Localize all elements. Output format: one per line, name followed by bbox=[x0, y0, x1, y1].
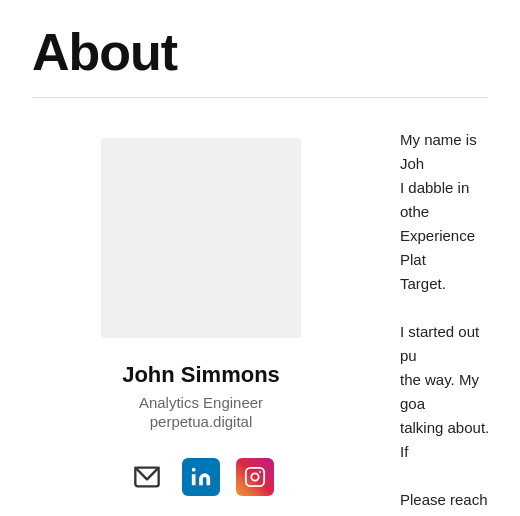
svg-point-4 bbox=[251, 474, 258, 481]
social-icons bbox=[128, 458, 274, 496]
right-panel: My name is Joh I dabble in othe Experien… bbox=[390, 98, 520, 516]
svg-rect-3 bbox=[246, 468, 264, 486]
svg-rect-1 bbox=[192, 474, 196, 485]
email-icon[interactable] bbox=[128, 458, 166, 496]
svg-point-5 bbox=[259, 471, 261, 473]
left-panel: John Simmons Analytics Engineer perpetua… bbox=[0, 98, 390, 516]
avatar bbox=[101, 138, 301, 338]
person-website[interactable]: perpetua.digital bbox=[150, 413, 253, 430]
content-area: John Simmons Analytics Engineer perpetua… bbox=[0, 98, 520, 516]
person-name: John Simmons bbox=[122, 362, 280, 388]
page-container: About John Simmons Analytics Engineer pe… bbox=[0, 0, 520, 516]
bio-paragraph-3: Please reach ou bbox=[400, 488, 500, 516]
svg-point-2 bbox=[192, 468, 196, 472]
header-section: About bbox=[0, 0, 520, 97]
bio-paragraph-2: I started out pu the way. My goa talking… bbox=[400, 320, 500, 464]
linkedin-icon[interactable] bbox=[182, 458, 220, 496]
person-title: Analytics Engineer bbox=[139, 394, 263, 411]
instagram-icon[interactable] bbox=[236, 458, 274, 496]
bio-paragraph-1: My name is Joh I dabble in othe Experien… bbox=[400, 128, 500, 296]
page-title: About bbox=[32, 24, 488, 81]
